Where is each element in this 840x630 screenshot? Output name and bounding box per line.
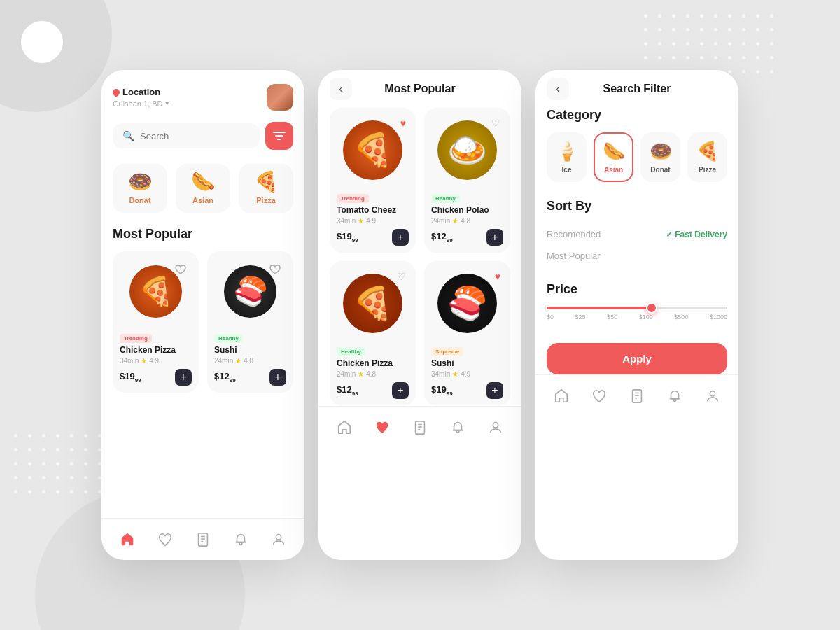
food-card-sushi[interactable]: 🍣 Healthy Sushi 24min ★ 4.8 $1299 + <box>207 251 293 393</box>
pop-footer-4: $1999 + <box>431 382 503 399</box>
screen2-header: ‹ Most Popular <box>318 70 522 108</box>
heart-button-2[interactable] <box>267 261 284 278</box>
pop-rating-2: 4.8 <box>461 217 470 225</box>
category-pizza[interactable]: 🍕 Pizza <box>239 164 293 213</box>
price-label-4: $500 <box>674 314 688 321</box>
screen3-title: Search Filter <box>603 83 671 95</box>
pop-add-4[interactable]: + <box>486 382 503 399</box>
svg-point-23 <box>710 391 715 396</box>
pop-tag-2: Healthy <box>431 194 460 203</box>
svg-rect-10 <box>416 421 425 433</box>
home-header: Location Gulshan 1, BD ▾ <box>113 84 293 111</box>
search-bar: 🔍 <box>113 122 293 150</box>
pop-heart-2[interactable]: ♡ <box>491 118 500 129</box>
food-card-chicken-pizza[interactable]: 🍕 Trending Chicken Pizza 34min ★ 4.9 $19… <box>113 251 199 393</box>
add-button-2[interactable]: + <box>270 369 286 386</box>
popular-card-3[interactable]: ♡ 🍕 Healthy Chicken Pizza 24min ★ 4.8 $1… <box>330 261 416 406</box>
cat-label-donat: Donat <box>650 166 670 174</box>
slider-thumb[interactable] <box>646 302 657 314</box>
sort-most-popular[interactable]: Most Popular <box>547 245 727 267</box>
pop-time-1: 34min <box>337 217 356 225</box>
categories-row: 🍩 Donat 🌭 Asian 🍕 Pizza <box>113 164 293 213</box>
svg-rect-3 <box>199 533 208 545</box>
pop-add-2[interactable]: + <box>486 229 503 246</box>
pop-star-3: ★ <box>358 370 364 378</box>
category-pizza-label: Pizza <box>256 196 276 204</box>
food-card-name-1: Chicken Pizza <box>120 345 192 355</box>
back-button-3[interactable]: ‹ <box>547 78 569 100</box>
nav-notifications[interactable] <box>232 531 249 548</box>
nav3-orders[interactable] <box>629 388 645 405</box>
popular-card-2[interactable]: ♡ 🍛 Healthy Chicken Polao 24min ★ 4.8 $1… <box>424 108 510 253</box>
category-title: Category <box>547 108 727 122</box>
nav3-profile[interactable] <box>704 388 721 405</box>
nav3-favorites[interactable] <box>591 388 608 405</box>
filter-icon <box>273 131 286 141</box>
nav3-notifications[interactable] <box>666 388 683 405</box>
nav-home[interactable] <box>119 531 136 548</box>
price-labels: $0 $25 $50 $100 $500 $1000 <box>547 314 727 321</box>
add-button-1[interactable]: + <box>175 369 192 386</box>
pizza-icon: 🍕 <box>254 172 279 192</box>
category-donat[interactable]: 🍩 Donat <box>113 164 167 213</box>
popular-card-1[interactable]: ♥ 🍕 Trending Tomatto Cheez 34min ★ 4.9 $… <box>330 108 416 253</box>
cat-filter-pizza[interactable]: 🍕 Pizza <box>687 132 727 182</box>
cat-label-pizza: Pizza <box>699 166 716 174</box>
price-title: Price <box>547 282 727 297</box>
nav2-orders[interactable] <box>412 419 428 436</box>
pop-price-1: $1999 <box>337 231 358 244</box>
nav2-favorites[interactable] <box>374 419 391 436</box>
pop-add-1[interactable]: + <box>392 229 409 246</box>
category-asian-label: Asian <box>192 196 214 204</box>
pop-tag-1: Trending <box>337 194 369 203</box>
pop-add-3[interactable]: + <box>392 382 409 399</box>
nav2-home[interactable] <box>336 419 353 436</box>
bottom-nav-1 <box>102 518 304 560</box>
screen3-header: ‹ Search Filter <box>536 70 738 108</box>
pop-heart-3[interactable]: ♡ <box>397 271 406 282</box>
avatar-image <box>267 84 293 111</box>
pop-card-img-4: 🍣 <box>431 268 503 338</box>
location-pin-icon <box>111 87 121 97</box>
filter-button[interactable] <box>265 122 293 150</box>
apply-button[interactable]: Apply <box>547 343 727 374</box>
nav-favorites[interactable] <box>157 531 174 548</box>
filter-content: Category 🍦 Ice 🌭 Asian 🍩 Donat 🍕 Pizza <box>536 108 738 374</box>
sort-fast-delivery[interactable]: Recomended ✓ Fast Delivery <box>547 223 727 245</box>
search-input[interactable] <box>140 131 250 141</box>
cat-filter-asian[interactable]: 🌭 Asian <box>594 132 634 182</box>
nav-orders[interactable] <box>195 531 211 548</box>
cat-filter-ice[interactable]: 🍦 Ice <box>547 132 587 182</box>
cat-filter-donat[interactable]: 🍩 Donat <box>640 132 680 182</box>
pop-heart-4[interactable]: ♥ <box>495 271 500 282</box>
popular-card-4[interactable]: ♥ 🍣 Supreme Sushi 34min ★ 4.9 $1999 + <box>424 261 510 406</box>
category-asian[interactable]: 🌭 Asian <box>176 164 230 213</box>
price-cent-2: 99 <box>230 377 236 384</box>
screen2-title: Most Popular <box>384 83 455 95</box>
slider-unfilled <box>655 307 727 309</box>
pop-card-img-1: 🍕 <box>337 115 409 185</box>
pop-name-4: Sushi <box>431 358 503 368</box>
pop-name-2: Chicken Polao <box>431 205 503 215</box>
heart-button-1[interactable] <box>172 261 189 278</box>
back-button-2[interactable]: ‹ <box>330 78 352 100</box>
category-filter-row: 🍦 Ice 🌭 Asian 🍩 Donat 🍕 Pizza <box>547 132 727 182</box>
nav2-notifications[interactable] <box>449 419 466 436</box>
nav-profile[interactable] <box>270 531 287 548</box>
avatar[interactable] <box>267 84 293 111</box>
pop-time-4: 34min <box>431 370 450 378</box>
nav2-profile[interactable] <box>487 419 504 436</box>
time-1: 34min <box>120 357 139 365</box>
screen-popular: ‹ Most Popular ♥ 🍕 Trending Tomatto Chee… <box>318 70 522 560</box>
pop-time-2: 24min <box>431 217 450 225</box>
bottom-nav-2 <box>318 406 522 448</box>
pop-heart-1[interactable]: ♥ <box>400 118 406 129</box>
search-icon: 🔍 <box>122 130 134 141</box>
pop-tag-3: Healthy <box>337 347 365 356</box>
price-slider-wrap: $0 $25 $50 $100 $500 $1000 <box>547 307 727 321</box>
price-label-5: $1000 <box>710 314 727 321</box>
location-name: Gulshan 1, BD <box>113 99 163 108</box>
pop-star-2: ★ <box>452 217 458 225</box>
search-input-wrap[interactable]: 🔍 <box>113 123 260 148</box>
nav3-home[interactable] <box>553 388 570 405</box>
